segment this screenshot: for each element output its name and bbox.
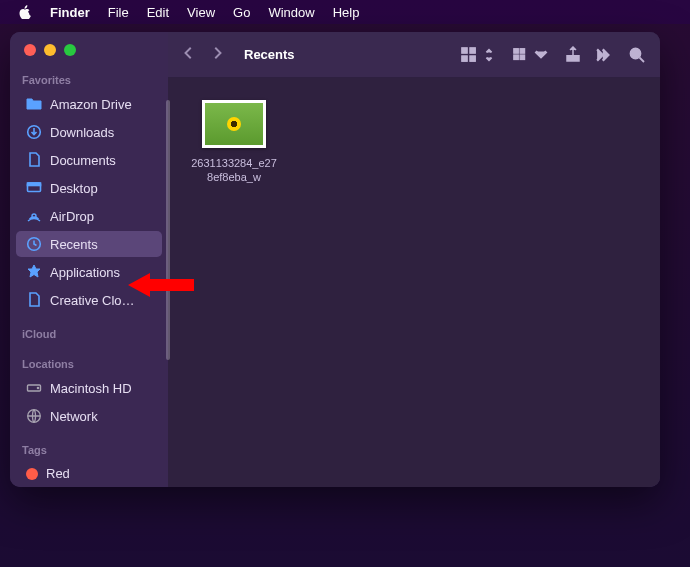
sidebar-item-label: Amazon Drive bbox=[50, 97, 132, 112]
folder-icon bbox=[26, 96, 42, 112]
file-item[interactable]: 2631133284_e278ef8eba_w bbox=[188, 100, 280, 185]
zoom-button[interactable] bbox=[64, 44, 76, 56]
sidebar-item-label: Macintosh HD bbox=[50, 381, 132, 396]
svg-rect-10 bbox=[462, 55, 467, 60]
clock-icon bbox=[26, 236, 42, 252]
menu-view[interactable]: View bbox=[187, 5, 215, 20]
desktop-icon bbox=[26, 180, 42, 196]
macos-menubar: Finder File Edit View Go Window Help bbox=[0, 0, 690, 24]
file-icon bbox=[26, 292, 42, 308]
sidebar-item-label: Recents bbox=[50, 237, 98, 252]
sidebar-scrollbar[interactable] bbox=[166, 100, 170, 360]
sidebar: Favorites Amazon Drive Downloads Documen… bbox=[10, 32, 168, 487]
menu-edit[interactable]: Edit bbox=[147, 5, 169, 20]
app-name[interactable]: Finder bbox=[50, 5, 90, 20]
locations-header: Locations bbox=[10, 354, 168, 374]
airdrop-icon bbox=[26, 208, 42, 224]
minimize-button[interactable] bbox=[44, 44, 56, 56]
sidebar-item-network[interactable]: Network bbox=[16, 403, 162, 429]
svg-rect-11 bbox=[470, 55, 475, 60]
sidebar-item-label: Desktop bbox=[50, 181, 98, 196]
svg-point-6 bbox=[37, 387, 38, 388]
file-name: 2631133284_e278ef8eba_w bbox=[191, 156, 277, 185]
main-pane: Recents 2631133284_e278ef8eba_w bbox=[168, 32, 660, 487]
applications-icon bbox=[26, 264, 42, 280]
download-icon bbox=[26, 124, 42, 140]
sidebar-item-recents[interactable]: Recents bbox=[16, 231, 162, 257]
svg-point-16 bbox=[631, 48, 641, 58]
toolbar: Recents bbox=[168, 32, 660, 78]
annotation-arrow bbox=[128, 273, 194, 297]
harddrive-icon bbox=[26, 380, 42, 396]
sidebar-item-downloads[interactable]: Downloads bbox=[16, 119, 162, 145]
sidebar-tag-red[interactable]: Red bbox=[16, 461, 162, 486]
sidebar-item-label: Documents bbox=[50, 153, 116, 168]
file-thumbnail bbox=[202, 100, 266, 148]
apple-menu-icon[interactable] bbox=[18, 5, 32, 19]
menu-help[interactable]: Help bbox=[333, 5, 360, 20]
globe-icon bbox=[26, 408, 42, 424]
icloud-header: iCloud bbox=[10, 324, 168, 344]
document-icon bbox=[26, 152, 42, 168]
sidebar-item-label: Red bbox=[46, 466, 70, 481]
sidebar-item-airdrop[interactable]: AirDrop bbox=[16, 203, 162, 229]
share-button[interactable] bbox=[564, 46, 582, 64]
svg-rect-8 bbox=[462, 47, 467, 52]
menu-file[interactable]: File bbox=[108, 5, 129, 20]
more-toolbar-button[interactable] bbox=[596, 46, 614, 64]
group-button[interactable] bbox=[512, 46, 550, 64]
finder-window: Favorites Amazon Drive Downloads Documen… bbox=[10, 32, 660, 487]
svg-rect-12 bbox=[514, 48, 519, 53]
menu-go[interactable]: Go bbox=[233, 5, 250, 20]
menu-window[interactable]: Window bbox=[268, 5, 314, 20]
sidebar-item-label: Creative Clo… bbox=[50, 293, 135, 308]
window-controls bbox=[10, 32, 168, 70]
sidebar-item-documents[interactable]: Documents bbox=[16, 147, 162, 173]
sidebar-item-label: Applications bbox=[50, 265, 120, 280]
sidebar-item-label: Network bbox=[50, 409, 98, 424]
tag-color-icon bbox=[26, 468, 38, 480]
view-grid-button[interactable] bbox=[460, 46, 498, 64]
forward-button[interactable] bbox=[210, 46, 224, 63]
svg-rect-2 bbox=[28, 183, 41, 186]
window-title: Recents bbox=[244, 47, 295, 62]
close-button[interactable] bbox=[24, 44, 36, 56]
svg-rect-14 bbox=[514, 55, 519, 60]
file-grid[interactable]: 2631133284_e278ef8eba_w bbox=[168, 78, 660, 487]
sidebar-item-amazon-drive[interactable]: Amazon Drive bbox=[16, 91, 162, 117]
sidebar-item-label: Downloads bbox=[50, 125, 114, 140]
svg-rect-9 bbox=[470, 47, 475, 52]
sidebar-item-macintosh-hd[interactable]: Macintosh HD bbox=[16, 375, 162, 401]
svg-rect-13 bbox=[520, 48, 525, 53]
svg-rect-15 bbox=[520, 55, 525, 60]
tags-header: Tags bbox=[10, 440, 168, 460]
sidebar-item-label: AirDrop bbox=[50, 209, 94, 224]
sidebar-item-desktop[interactable]: Desktop bbox=[16, 175, 162, 201]
back-button[interactable] bbox=[182, 46, 196, 63]
favorites-header: Favorites bbox=[10, 70, 168, 90]
search-button[interactable] bbox=[628, 46, 646, 64]
